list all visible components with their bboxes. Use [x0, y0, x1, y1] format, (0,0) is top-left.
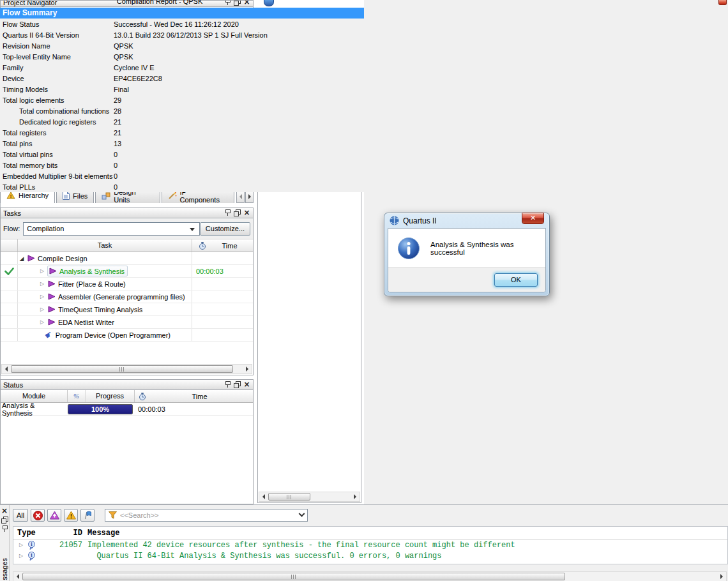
close-icon[interactable]: ×: [243, 381, 250, 388]
module-column-header[interactable]: Module: [1, 390, 68, 402]
critical-warning-triangle-icon: [50, 511, 59, 520]
report-row-label: Revision Name: [0, 42, 114, 50]
expand-collapsed-icon[interactable]: ▷: [38, 281, 46, 287]
task-row-fitter[interactable]: ▷ Fitter (Place & Route): [1, 278, 253, 290]
message-text: Implemented 42 device resources after sy…: [82, 541, 727, 550]
status-time: 00:00:03: [138, 405, 165, 413]
message-id: 21057: [49, 541, 82, 550]
close-icon[interactable]: ×: [243, 209, 250, 216]
messages-hscrollbar[interactable]: [13, 571, 727, 581]
type-column-header[interactable]: Type: [13, 529, 49, 538]
progress-bar: 100%: [68, 404, 133, 414]
clock-icon: [139, 393, 146, 400]
report-row-label: Total logic elements: [0, 96, 114, 104]
task-column-header[interactable]: Task: [18, 239, 192, 252]
expand-collapsed-icon[interactable]: ▷: [38, 319, 46, 325]
expand-collapsed-icon[interactable]: ▷: [17, 553, 25, 559]
report-row: Total pins13: [0, 138, 364, 149]
progress-column-header[interactable]: Progress: [86, 390, 135, 402]
filter-flagged-button[interactable]: [80, 509, 95, 522]
tasks-panel: Tasks × Flow: Compilation Customize... T…: [0, 207, 254, 375]
pin-icon[interactable]: [1, 525, 8, 532]
report-row-value: Final: [114, 86, 129, 93]
task-row-analysis-synthesis[interactable]: ▷ Analysis & Synthesis 00:00:03: [1, 265, 253, 278]
program-device-hand-icon: ☛: [43, 329, 54, 341]
time-column-header[interactable]: Time: [146, 393, 253, 400]
report-close-icon[interactable]: [718, 0, 727, 5]
funnel-icon: [109, 511, 117, 519]
messages-tab-label[interactable]: ssages: [1, 558, 8, 580]
flag-icon: [83, 511, 92, 520]
float-icon[interactable]: [1, 517, 8, 524]
play-icon: [48, 306, 56, 313]
percent-column-header[interactable]: %: [68, 390, 86, 402]
tabs-scroll-right-button[interactable]: [245, 190, 254, 203]
quartus-message-dialog: Quartus II ✕ Analysis & Synthesis was su…: [384, 213, 550, 296]
play-icon: [27, 255, 35, 262]
filter-all-button[interactable]: All: [13, 509, 28, 522]
toc-hscrollbar[interactable]: [259, 492, 360, 502]
task-row-compile-design[interactable]: ◢ Compile Design: [1, 252, 253, 265]
tab-files-label: Files: [73, 192, 87, 200]
report-row-value: 0: [114, 162, 118, 169]
tabs-scroll-left-button[interactable]: [236, 190, 245, 203]
report-row: Total registers21: [0, 127, 364, 138]
task-row-eda-netlist[interactable]: ▷ EDA Netlist Writer: [1, 316, 253, 329]
report-row: DeviceEP4CE6E22C8: [0, 73, 364, 84]
message-row[interactable]: ▷ i 21057 Implemented 42 device resource…: [13, 540, 727, 550]
status-row[interactable]: Analysis & Synthesis 100% 00:00:03: [1, 403, 253, 416]
expand-collapsed-icon[interactable]: ▷: [17, 542, 25, 548]
task-label: EDA Netlist Writer: [58, 319, 114, 326]
filter-critical-warnings-button[interactable]: [47, 509, 61, 522]
report-row: Revision NameQPSK: [0, 40, 364, 51]
flow-select[interactable]: Compilation: [23, 222, 200, 236]
svg-text:!: !: [10, 193, 12, 199]
flow-summary-section-header: Flow Summary: [0, 8, 364, 19]
report-row-value: 0: [114, 183, 118, 191]
report-row: Top-level Entity NameQPSK: [0, 51, 364, 62]
search-input[interactable]: [120, 511, 296, 519]
report-row-label: Flow Status: [0, 20, 114, 28]
dialog-body: Analysis & Synthesis was successful OK: [388, 228, 546, 292]
report-row-label: Dedicated logic registers: [0, 118, 114, 126]
expand-collapsed-icon[interactable]: ▷: [38, 294, 46, 299]
pin-icon[interactable]: [224, 209, 231, 216]
filter-warnings-button[interactable]: [64, 509, 78, 522]
report-row: Flow StatusSuccessful - Wed Dec 16 11:26…: [0, 19, 364, 29]
report-row-label: Embedded Multiplier 9-bit elements: [0, 172, 114, 180]
quartus-logo-icon: [390, 216, 399, 225]
error-icon: [33, 511, 43, 520]
task-row-assembler[interactable]: ▷ Assembler (Generate programming files): [1, 290, 253, 303]
warning-triangle-icon: !: [6, 192, 15, 199]
document-icon: [63, 192, 70, 200]
report-row-value: 21: [114, 118, 121, 126]
info-bubble-icon: i: [27, 552, 36, 561]
time-column-header[interactable]: Time: [206, 242, 253, 250]
dialog-close-button[interactable]: ✕: [522, 213, 544, 224]
float-icon[interactable]: [234, 209, 241, 216]
expand-expanded-icon[interactable]: ◢: [18, 255, 26, 262]
task-row-program-device[interactable]: ☛ Program Device (Open Programmer): [1, 329, 253, 342]
pin-icon[interactable]: [224, 381, 231, 388]
task-label: TimeQuest Timing Analysis: [58, 306, 142, 313]
customize-button[interactable]: Customize...: [200, 222, 250, 236]
filter-errors-button[interactable]: [31, 509, 45, 522]
report-row: Total PLLs0: [0, 181, 364, 192]
report-row-label: Total registers: [0, 129, 114, 137]
report-row-value: EP4CE6E22C8: [114, 75, 162, 82]
message-row[interactable]: ▷ i Quartus II 64-Bit Analysis & Synthes…: [13, 550, 727, 561]
ok-button[interactable]: OK: [494, 273, 538, 287]
id-column-header[interactable]: ID: [49, 529, 82, 538]
message-column-header[interactable]: Message: [82, 529, 727, 538]
expand-collapsed-icon[interactable]: ▷: [38, 306, 46, 312]
expand-collapsed-icon[interactable]: ▷: [38, 268, 46, 274]
message-search-combo[interactable]: [105, 509, 308, 522]
tasks-hscrollbar[interactable]: [1, 364, 252, 374]
task-row-timequest[interactable]: ▷ TimeQuest Timing Analysis: [1, 303, 253, 316]
report-row: Embedded Multiplier 9-bit elements0: [0, 170, 364, 181]
report-row-label: Total memory bits: [0, 162, 114, 169]
float-icon[interactable]: [234, 381, 241, 388]
design-units-icon: [102, 192, 110, 200]
close-icon[interactable]: ×: [1, 508, 8, 515]
tab-hierarchy-label: Hierarchy: [19, 192, 49, 199]
